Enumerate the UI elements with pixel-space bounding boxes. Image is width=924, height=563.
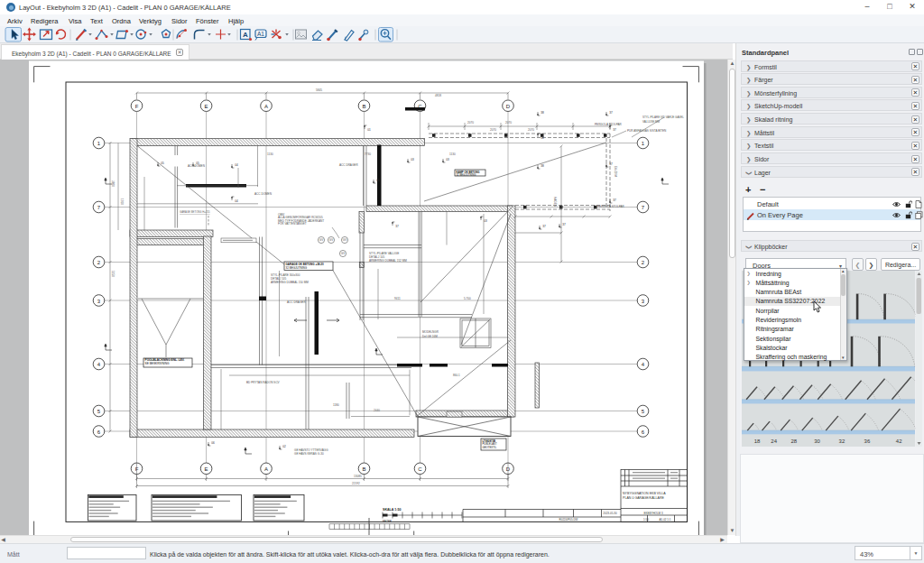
svg-text:37: 37 <box>613 128 616 132</box>
svg-text:C: C <box>418 466 422 472</box>
svg-text:03: 03 <box>446 158 449 162</box>
svg-text:37: 37 <box>613 198 616 202</box>
svg-text:E: E <box>205 466 208 472</box>
svg-text:42: 42 <box>896 438 902 444</box>
svg-text:ACC DOMEN: ACC DOMEN <box>254 192 272 196</box>
svg-text:HAGEN: HAGEN <box>553 197 557 207</box>
svg-text:37: 37 <box>395 225 399 228</box>
svg-text:28: 28 <box>790 438 797 444</box>
svg-text:ARMERING DUBBAL 150 MM: ARMERING DUBBAL 150 MM <box>271 281 309 284</box>
svg-text:2070: 2070 <box>505 121 512 125</box>
svg-text:GE HAVS KERAS G-30: GE HAVS KERAS G-30 <box>294 452 324 456</box>
svg-text:2070: 2070 <box>490 128 496 132</box>
svg-text:NYBYGGNATION EKB VILLA: NYBYGGNATION EKB VILLA <box>623 492 666 495</box>
svg-text:03: 03 <box>484 219 487 223</box>
svg-text:1910: 1910 <box>120 198 124 205</box>
svg-text:02: 02 <box>282 445 286 448</box>
svg-text:06: 06 <box>211 441 215 445</box>
svg-text:38: 38 <box>541 111 544 115</box>
svg-text:PUR ANFASGAS SISTA BITEN: PUR ANFASGAS SISTA BITEN <box>627 129 666 133</box>
svg-text:5.700: 5.700 <box>464 297 471 300</box>
svg-text:R0224/P05.DW: R0224/P05.DW <box>559 518 578 521</box>
svg-text:30: 30 <box>814 438 820 444</box>
svg-text:ARMERING DUBBAL 152 MM: ARMERING DUBBAL 152 MM <box>369 259 407 263</box>
svg-text:STYL-PILARE VID VARJE GAVEL: STYL-PILARE VID VARJE GAVEL <box>642 115 684 119</box>
svg-text:01: 01 <box>367 128 371 132</box>
svg-text:3800: 3800 <box>111 180 115 187</box>
svg-text:METER: METER <box>383 520 392 523</box>
svg-text:5845: 5845 <box>316 88 322 92</box>
svg-text:PERGOLA STOLPAR: PERGOLA STOLPAR <box>597 205 625 208</box>
svg-text:04: 04 <box>235 199 238 203</box>
svg-text:GV: GV <box>319 238 323 242</box>
svg-text:GV: GV <box>341 252 345 255</box>
svg-text:D: D <box>506 466 511 472</box>
svg-text:GARAGE BETONG H=255: GARAGE BETONG H=255 <box>180 210 210 214</box>
svg-text:A: A <box>243 31 248 39</box>
svg-text:BD PRYTAN RADON SCV: BD PRYTAN RADON SCV <box>246 381 281 384</box>
svg-text:E4=20 M: E4=20 M <box>614 166 617 178</box>
svg-text:13085: 13085 <box>354 475 362 478</box>
svg-text:1180: 1180 <box>333 403 339 407</box>
svg-text:FÖR VATTENTÄNGET: FÖR VATTENTÄNGET <box>278 222 307 226</box>
svg-text:2023-05-30: 2023-05-30 <box>603 512 617 515</box>
svg-text:B: B <box>362 466 365 472</box>
svg-text:2070: 2070 <box>467 121 474 125</box>
svg-text:PERGOLA STOLPAR: PERGOLA STOLPAR <box>595 123 623 126</box>
svg-text:7730: 7730 <box>365 152 371 156</box>
svg-text:1:50: 1:50 <box>643 518 649 521</box>
svg-text:E: E <box>205 104 208 109</box>
svg-text:ACC DRAGER: ACC DRAGER <box>287 300 306 304</box>
svg-text:32 BEGJUTNING: 32 BEGJUTNING <box>286 266 308 270</box>
svg-text:GV: GV <box>329 238 333 242</box>
svg-text:B: B <box>362 104 365 109</box>
svg-text:D: D <box>506 104 511 109</box>
svg-text:A: A <box>264 104 268 109</box>
svg-text:2440: 2440 <box>374 409 380 412</box>
svg-text:1130: 1130 <box>449 152 456 156</box>
svg-text:EKEBYHOLM 3: EKEBYHOLM 3 <box>643 512 663 515</box>
svg-text:1130: 1130 <box>267 152 273 156</box>
svg-text:37: 37 <box>609 111 613 115</box>
svg-text:PLAN 0 GARAGE/KÄLLARE: PLAN 0 GARAGE/KÄLLARE <box>623 496 665 500</box>
svg-text:ACC DOMEN: ACC DOMEN <box>188 164 205 168</box>
svg-text:37: 37 <box>609 162 613 166</box>
svg-text:32: 32 <box>839 438 845 444</box>
svg-text:18: 18 <box>754 438 761 444</box>
svg-text:Del GE 16M: Del GE 16M <box>422 335 438 338</box>
svg-text:F: F <box>135 104 139 109</box>
svg-text:22192: 22192 <box>352 482 360 485</box>
svg-text:37: 37 <box>562 223 566 226</box>
svg-text:MODELNGR: MODELNGR <box>422 330 439 334</box>
svg-text:GEOTEXTIL: GEOTEXTIL <box>483 446 497 449</box>
svg-text:01: 01 <box>376 179 380 182</box>
svg-text:37: 37 <box>542 225 546 228</box>
svg-text:32 BEGJUTNING: 32 BEGJUTNING <box>457 173 476 177</box>
svg-text:GV: GV <box>343 238 346 242</box>
svg-text:A: A <box>264 466 268 472</box>
svg-text:A1: A1 <box>257 31 264 37</box>
svg-text:03: 03 <box>411 158 414 162</box>
svg-text:9411: 9411 <box>394 297 401 300</box>
svg-text:A1-02 1:1: A1-02 1:1 <box>659 518 670 521</box>
svg-text:36: 36 <box>864 438 871 444</box>
svg-text:24: 24 <box>771 438 777 444</box>
svg-text:ACC DRAGER: ACC DRAGER <box>339 163 358 167</box>
svg-text:4818: 4818 <box>435 94 441 97</box>
svg-text:SKALA 1:50: SKALA 1:50 <box>383 508 401 512</box>
svg-text:38: 38 <box>541 164 544 168</box>
svg-text:5150: 5150 <box>111 271 115 277</box>
svg-text:860.1: 860.1 <box>453 374 460 377</box>
svg-text:38: 38 <box>541 136 544 140</box>
svg-text:04: 04 <box>235 163 238 167</box>
svg-text:2070: 2070 <box>528 128 534 132</box>
svg-text:SE BESKRIVNING: SE BESKRIVNING <box>145 362 170 365</box>
svg-text:05: 05 <box>161 162 164 165</box>
